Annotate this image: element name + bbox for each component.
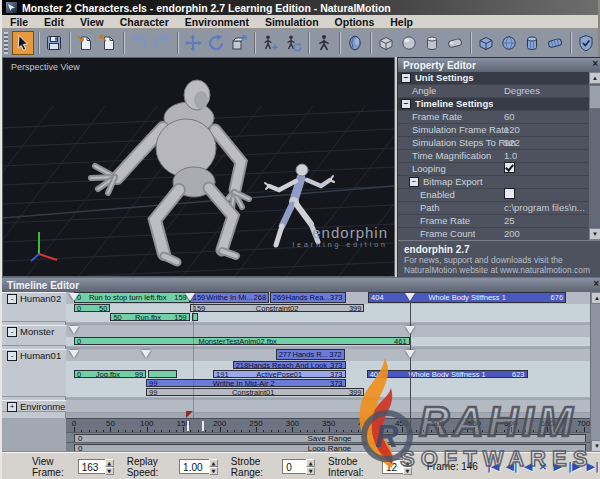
menu-file[interactable]: File <box>2 16 36 28</box>
export-file-button[interactable] <box>98 31 119 55</box>
world-transform-button[interactable] <box>229 31 250 55</box>
timeline-segment-run-fbx[interactable]: 50Run.fbx159 <box>110 313 189 321</box>
static-capsule-button[interactable] <box>445 31 466 55</box>
property-value[interactable]: 922 <box>504 137 520 149</box>
property-row-timeline-settings[interactable]: −Timeline Settings <box>398 98 589 111</box>
transition-marker-icon[interactable] <box>405 326 415 334</box>
timeline-segment-activepose01[interactable]: 191ActivePose01373 <box>213 370 345 378</box>
dynamic-sphere-button[interactable] <box>499 31 520 55</box>
replay-speed-input[interactable]: 1.00 <box>179 459 209 474</box>
close-icon[interactable]: × <box>593 278 599 289</box>
timeline-segment[interactable] <box>148 370 177 378</box>
property-row-bitmap-export[interactable]: −Bitmap Export <box>398 176 589 189</box>
head-tool-button[interactable] <box>345 31 366 55</box>
menu-help[interactable]: Help <box>382 16 421 28</box>
timeline-segment-whole-body-stiffness-1[interactable]: 404Whole Body Stiffness 1676 <box>368 292 566 303</box>
dynamic-cylinder-button[interactable] <box>522 31 543 55</box>
track-header-human01[interactable]: -Human01 <box>2 349 66 397</box>
collapse-icon[interactable]: - <box>7 351 17 361</box>
transition-marker-icon[interactable] <box>185 293 195 301</box>
collapse-icon[interactable]: − <box>401 73 411 83</box>
property-row-frame-count[interactable]: Frame Count200 <box>398 228 589 240</box>
rotate-tool-button[interactable] <box>206 31 227 55</box>
timeline-segment-jog-fbx[interactable]: 0Jog.fbx99 <box>74 370 146 378</box>
playhead-bracket[interactable] <box>187 421 189 431</box>
property-row-looping[interactable]: Looping <box>398 163 589 176</box>
menu-environment[interactable]: Environment <box>177 16 257 28</box>
property-row-simulation-steps-to-run[interactable]: Simulation Steps To Run922 <box>398 137 589 150</box>
property-value[interactable]: c:\program files\n... <box>504 202 585 214</box>
property-row-simulation-frame-rate[interactable]: Simulation Frame Rate120 <box>398 124 589 137</box>
timeline-segment-whole-body-stiffness-1[interactable]: 402Whole Body Stiffness 1623 <box>367 370 528 378</box>
strobe-interval-input[interactable]: 12 <box>382 459 403 474</box>
dynamic-capsule-button[interactable] <box>545 31 566 55</box>
playhead-line[interactable] <box>193 292 194 418</box>
timeline-segment-constraint01[interactable]: 99Constraint01399 <box>146 388 364 396</box>
playhead-bracket[interactable] <box>202 421 204 431</box>
collapse-icon[interactable]: - <box>7 294 17 304</box>
checkbox-icon[interactable] <box>504 188 515 199</box>
transition-marker-icon[interactable] <box>405 293 415 301</box>
scroll-down-icon[interactable]: ▼ <box>589 228 600 240</box>
property-value[interactable]: Degrees <box>504 85 540 97</box>
timeline-segment[interactable]: 050 <box>74 304 110 312</box>
transition-marker-icon[interactable] <box>69 350 79 358</box>
menu-options[interactable]: Options <box>327 16 383 28</box>
scroll-up-icon[interactable]: ▲ <box>591 292 600 304</box>
timeline-segment-constraint02[interactable]: 159Constraint02399 <box>190 304 365 312</box>
timeline-scrollbar[interactable]: ▲ ▼ <box>590 292 600 452</box>
static-box-button[interactable] <box>376 31 397 55</box>
scroll-thumb[interactable] <box>589 85 600 109</box>
property-scrollbar[interactable]: ▲ ▼ <box>589 72 600 240</box>
strobe-range-spinner[interactable]: ▲▼ <box>306 459 315 474</box>
strobe-interval-spinner[interactable]: ▲▼ <box>403 459 412 474</box>
property-row-frame-rate[interactable]: Frame Rate25 <box>398 215 589 228</box>
menu-edit[interactable]: Edit <box>36 16 72 28</box>
dynamic-box-button[interactable] <box>476 31 497 55</box>
property-row-unit-settings[interactable]: −Unit Settings <box>398 72 589 85</box>
property-row-time-magnification[interactable]: Time Magnification1.0 <box>398 150 589 163</box>
strobe-range-input[interactable]: 0 <box>282 459 306 474</box>
go-to-end-button[interactable]: ▶| <box>587 460 599 473</box>
static-cylinder-button[interactable] <box>422 31 443 55</box>
view-frame-spinner[interactable]: ▲▼ <box>105 459 114 474</box>
stop-button[interactable]: × <box>538 460 547 473</box>
property-value[interactable]: 60 <box>504 111 515 123</box>
step-forward-button[interactable]: |▶ <box>568 460 580 473</box>
track-header-environment[interactable]: +Environment <box>2 400 66 412</box>
property-row-frame-rate[interactable]: Frame Rate60 <box>398 111 589 124</box>
view-frame-input[interactable]: 163 <box>78 459 105 474</box>
timeline-ruler[interactable]: 0501001502002503003504004505005506006507… <box>66 418 590 433</box>
property-value[interactable]: 25 <box>504 215 515 227</box>
playhead-marker-icon[interactable] <box>186 411 193 418</box>
expand-icon[interactable]: + <box>7 402 17 412</box>
property-value[interactable] <box>504 162 515 176</box>
menu-view[interactable]: View <box>72 16 112 28</box>
select-tool-button[interactable] <box>12 31 33 55</box>
menu-character[interactable]: Character <box>112 16 177 28</box>
redo-button[interactable] <box>152 31 173 55</box>
character-select-button[interactable] <box>314 31 335 55</box>
collapse-icon[interactable]: − <box>401 99 411 109</box>
collapse-icon[interactable]: - <box>7 327 17 337</box>
collapse-icon[interactable]: − <box>409 177 419 187</box>
play-backward-button[interactable]: ◀ <box>524 460 532 473</box>
timeline-segment-writhe-in-mi-[interactable]: 159Writhe In Mi...268 <box>190 292 269 303</box>
save-button[interactable] <box>44 31 65 55</box>
property-value[interactable]: 1.0 <box>504 150 517 162</box>
behaviour-shield-button[interactable] <box>576 31 597 55</box>
timeline-segment-hands-reach-and-look-[interactable]: 218Hands Reach And Look ...373 <box>233 361 346 369</box>
property-value[interactable]: 200 <box>504 228 520 240</box>
timeline-segment-hands-r-[interactable]: 277Hands R...372 <box>276 349 345 360</box>
property-row-enabled[interactable]: Enabled <box>398 189 589 202</box>
frame-marker-line[interactable] <box>410 292 411 432</box>
scroll-up-icon[interactable]: ▲ <box>589 72 600 84</box>
timeline-segment-hands-rea-[interactable]: 269Hands Rea...373 <box>270 292 346 303</box>
property-row-angle[interactable]: AngleDegrees <box>398 85 589 98</box>
scroll-down-icon[interactable]: ▼ <box>591 440 600 452</box>
track-header-human02[interactable]: -Human02 <box>2 292 66 322</box>
character-rotate-button[interactable] <box>283 31 304 55</box>
transition-marker-icon[interactable] <box>141 350 151 358</box>
translate-tool-button[interactable] <box>183 31 204 55</box>
transition-marker-icon[interactable] <box>405 350 415 358</box>
